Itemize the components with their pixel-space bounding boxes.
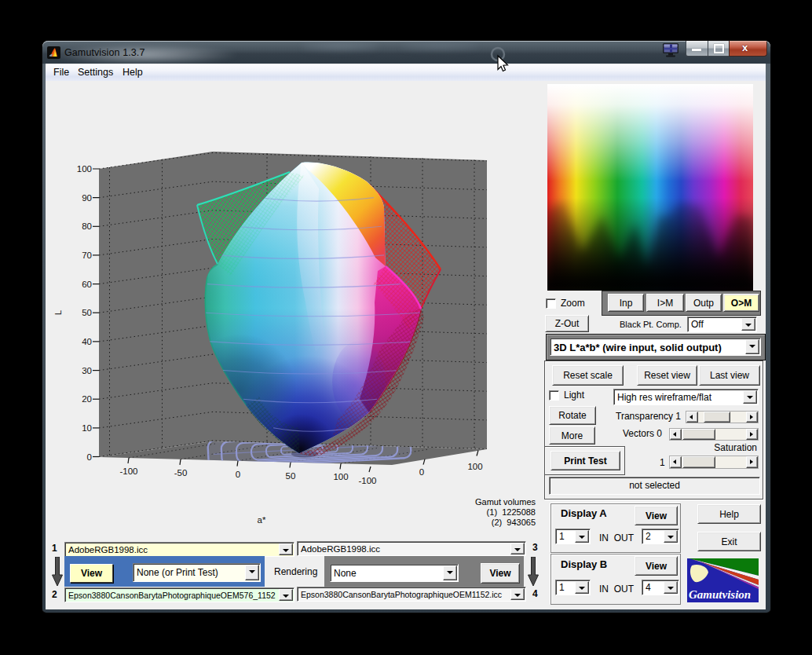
svg-text:70: 70 xyxy=(82,251,92,260)
svg-text:-100: -100 xyxy=(358,476,376,485)
svg-text:40: 40 xyxy=(82,337,92,346)
svg-text:-50: -50 xyxy=(174,468,188,478)
svg-text:0: 0 xyxy=(87,452,92,462)
svg-text:30: 30 xyxy=(82,366,92,375)
svg-text:80: 80 xyxy=(82,221,92,231)
svg-text:0: 0 xyxy=(236,470,240,479)
svg-text:50: 50 xyxy=(286,471,296,481)
svg-text:Gamutvision: Gamutvision xyxy=(689,588,751,601)
svg-text:10: 10 xyxy=(82,423,92,433)
svg-text:90: 90 xyxy=(82,193,92,203)
svg-text:L: L xyxy=(53,309,63,315)
svg-text:100: 100 xyxy=(77,164,92,174)
svg-text:0: 0 xyxy=(419,467,424,477)
svg-text:20: 20 xyxy=(82,394,92,404)
svg-text:100: 100 xyxy=(333,472,348,481)
svg-text:100: 100 xyxy=(467,462,482,471)
svg-text:60: 60 xyxy=(82,280,92,289)
svg-text:a*: a* xyxy=(258,515,266,525)
svg-text:-100: -100 xyxy=(119,467,137,476)
svg-text:50: 50 xyxy=(82,308,92,317)
